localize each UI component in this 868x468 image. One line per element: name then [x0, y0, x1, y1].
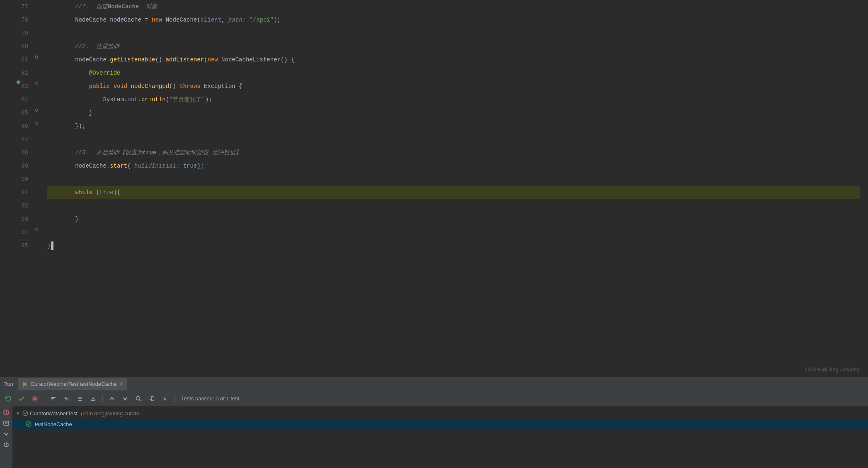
fold-marker-95[interactable]: ◇	[35, 226, 38, 233]
collapse-all-button[interactable]	[87, 393, 99, 405]
code-line-84: System.out.println("节点变化了");	[47, 93, 860, 106]
side-icon-1[interactable]	[2, 408, 11, 417]
line-83-marker: ↑	[17, 80, 23, 84]
run-tab-icon	[22, 381, 28, 387]
code-line-93: }	[47, 212, 860, 226]
svg-line-16	[140, 400, 141, 401]
more-actions-button[interactable]: »	[159, 393, 171, 405]
code-line-78: NodeCache nodeCache = new NodeCache(clie…	[47, 13, 860, 27]
code-container: 77 78 79 80 81 82 83 84 85 86 87 88 89 9…	[0, 0, 868, 377]
csdn-watermark: CSDN @Ding Jiaxiong	[805, 366, 860, 373]
sort-desc-button[interactable]	[61, 393, 73, 405]
run-tab-bar: Run: CuratorWatcherTest.testNodeCache ✕	[0, 377, 868, 391]
code-line-81: nodeCache.getListenable().addListener(ne…	[47, 53, 860, 66]
line-num-82: 82	[0, 66, 28, 80]
code-line-86: });	[47, 119, 860, 133]
stop-button[interactable]	[29, 393, 41, 405]
alphabetical-sort-button[interactable]	[74, 393, 86, 405]
line-num-77: 77	[0, 0, 28, 13]
side-icon-4[interactable]	[2, 440, 11, 449]
code-line-94	[47, 226, 860, 239]
toolbar-separator-1	[44, 395, 44, 403]
navigate-up-button[interactable]	[106, 393, 118, 405]
line-num-93: 93	[0, 212, 28, 226]
line-num-94: 94	[0, 226, 28, 239]
line-numbers: 77 78 79 80 81 82 83 84 85 86 87 88 89 9…	[0, 0, 33, 377]
cursor	[51, 241, 53, 250]
fold-marker-81[interactable]: ◇	[35, 53, 38, 60]
line-num-78: 78	[0, 13, 28, 27]
toolbar-separator-2	[102, 395, 103, 403]
close-tab-icon[interactable]: ✕	[119, 381, 123, 387]
gutter: ◇ ◇ ↑ ◇ ◇ ◇	[33, 0, 44, 377]
comment-77c: 对象	[139, 0, 158, 13]
code-line-88: //3. 开启监听【设置为true，则开启监听时加载 缓冲数据】	[47, 146, 860, 159]
test-class-package: (com.dingjiaxiong.curato...	[81, 410, 144, 417]
run-toolbar: » Tests passed: 0 of 1 test	[0, 391, 868, 406]
line-num-80: 80	[0, 40, 28, 53]
line-num-90: 90	[0, 173, 28, 186]
code-content[interactable]: //1. 创建NodeCache 对象 NodeCache nodeCache …	[44, 0, 868, 377]
side-icon-3[interactable]	[2, 429, 11, 439]
line-num-83: 83	[0, 80, 28, 93]
sort-asc-button[interactable]	[48, 393, 59, 405]
line-num-84: 84	[0, 93, 28, 106]
navigate-down-button[interactable]	[119, 393, 131, 405]
fold-marker-83[interactable]: ◇	[35, 80, 38, 87]
line-num-86: 86	[0, 119, 28, 133]
code-line-92	[47, 199, 860, 212]
editor-area: 77 78 79 80 81 82 83 84 85 86 87 88 89 9…	[0, 0, 868, 377]
svg-marker-1	[25, 382, 27, 387]
code-line-83: public void nodeChanged() throws Excepti…	[47, 80, 860, 93]
code-line-91: while (true){	[47, 186, 860, 199]
code-line-80: //2. 注册监听	[47, 40, 860, 53]
left-side-icons	[0, 406, 12, 468]
run-tab[interactable]: CuratorWatcherTest.testNodeCache ✕	[18, 378, 127, 390]
test-class-icon	[22, 410, 28, 416]
test-method-name: testNodeCache	[35, 421, 72, 427]
line-num-85: 85	[0, 106, 28, 119]
test-method-icon	[26, 421, 32, 427]
comment-77b: 创建	[96, 0, 108, 13]
code-line-90	[47, 173, 860, 186]
test-tree: ▼ CuratorWatcherTest (com.dingjiaxiong.c…	[12, 406, 868, 468]
line-num-95: 95	[0, 239, 28, 252]
rerun-button[interactable]	[2, 393, 14, 405]
passed-filter-button[interactable]	[16, 393, 27, 405]
panel-content: ▼ CuratorWatcherTest (com.dingjiaxiong.c…	[0, 406, 868, 468]
bottom-panel: Run: CuratorWatcherTest.testNodeCache ✕	[0, 377, 868, 468]
code-line-85: }	[47, 106, 860, 119]
green-dot	[17, 80, 20, 84]
svg-rect-22	[4, 421, 9, 425]
line-num-89: 89	[0, 159, 28, 173]
run-label: Run:	[3, 381, 15, 387]
test-status-text: Tests passed: 0 of 1 test	[181, 395, 239, 402]
code-line-82: @Override	[47, 66, 860, 80]
code-line-95: }	[47, 239, 860, 252]
test-method-item[interactable]: testNodeCache	[12, 419, 868, 429]
code-line-79	[47, 27, 860, 40]
line-num-79: 79	[0, 27, 28, 40]
line-num-91: 91	[0, 186, 28, 199]
svg-point-27	[6, 446, 7, 446]
svg-point-15	[136, 396, 140, 400]
line-num-81: 81	[0, 53, 28, 66]
code-line-87	[47, 133, 860, 146]
search-button[interactable]	[133, 393, 144, 405]
toolbar-separator-3	[174, 395, 175, 403]
test-class-item[interactable]: ▼ CuratorWatcherTest (com.dingjiaxiong.c…	[12, 408, 868, 419]
while-keyword: while	[75, 186, 92, 199]
code-line-89: nodeCache.start( buildInitial: true);	[47, 159, 860, 173]
run-tab-name: CuratorWatcherTest.testNodeCache	[30, 381, 116, 387]
side-icon-2[interactable]	[2, 419, 11, 428]
line-num-92: 92	[0, 199, 28, 212]
fold-marker-86[interactable]: ◇	[35, 119, 38, 127]
line-num-87: 87	[0, 133, 28, 146]
fold-marker-85[interactable]: ◇	[35, 106, 38, 113]
up-arrow-icon: ↑	[21, 80, 23, 84]
line-num-88: 88	[0, 146, 28, 159]
expand-output-button[interactable]	[146, 393, 158, 405]
expand-icon: ▼	[16, 411, 21, 416]
test-class-name: CuratorWatcherTest	[30, 410, 78, 417]
comment-77: //1.	[47, 0, 96, 13]
